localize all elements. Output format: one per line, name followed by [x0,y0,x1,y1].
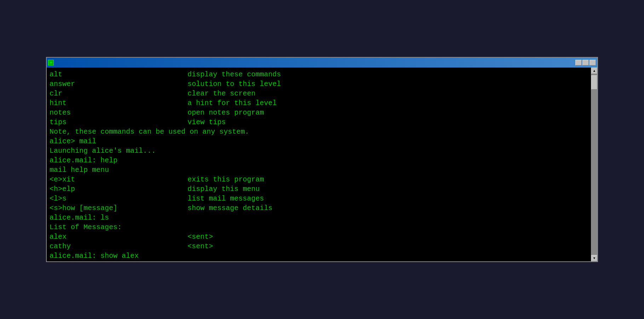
terminal-line: clrclear the screen [50,89,588,98]
terminal-line: Launching alice's mail... [50,146,588,156]
title-buttons [575,60,596,65]
terminal-line: Hey Alex, [50,261,588,261]
terminal-output[interactable]: altdisplay these commandsanswersolution … [47,68,591,261]
terminal-line: <l>slist mail messages [50,194,588,203]
title-bar: H [47,58,597,68]
close-button[interactable] [590,60,596,65]
terminal-line: Note, these commands can be used on any … [50,127,588,137]
terminal-line: <s>how [message]show message details [50,203,588,213]
terminal-line: alice.mail: ls [50,213,588,222]
terminal-line: <h>elpdisplay this menu [50,184,588,194]
terminal-line: List of Messages: [50,222,588,232]
terminal-line: altdisplay these commands [50,70,588,79]
scroll-track[interactable] [591,74,597,255]
main-window: H altdisplay these commandsanswersolutio… [46,57,598,262]
terminal-line: alice> mail [50,137,588,146]
scroll-thumb[interactable] [591,75,597,89]
terminal-line: notesopen notes program [50,108,588,117]
terminal-line: tipsview tips [50,117,588,127]
terminal-line: <e>xitexits this program [50,175,588,184]
terminal-line: answersolution to this level [50,79,588,89]
title-bar-left: H [48,60,56,65]
app-icon: H [48,60,54,65]
maximize-button[interactable] [582,60,589,65]
terminal-line: mail help menu [50,165,588,175]
scroll-down-button[interactable]: ▼ [591,255,597,261]
terminal-line: alex<sent> [50,232,588,242]
scrollbar[interactable]: ▲ ▼ [591,68,597,261]
minimize-button[interactable] [575,60,582,65]
terminal-line: alice.mail: show alex [50,251,588,261]
window-body: altdisplay these commandsanswersolution … [47,68,597,261]
terminal-line: alice.mail: help [50,156,588,165]
terminal-line: cathy<sent> [50,242,588,251]
terminal-line: hinta hint for this level [50,98,588,108]
scroll-up-button[interactable]: ▲ [591,68,597,74]
